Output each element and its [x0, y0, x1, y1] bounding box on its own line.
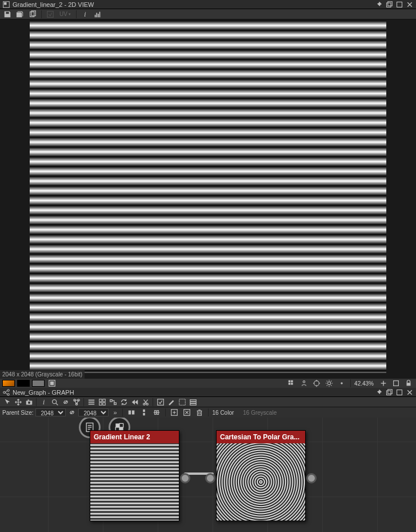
svg-rect-18 [289, 383, 291, 385]
align2-icon[interactable] [139, 408, 149, 417]
svg-rect-13 [99, 11, 101, 17]
svg-rect-63 [88, 403, 94, 404]
graph-title: New_Graph - GRAPH [13, 389, 74, 396]
svg-line-33 [327, 385, 327, 386]
copy-button[interactable] [27, 10, 38, 19]
view2d-toolbar: UV▾ i [0, 9, 416, 19]
pin-icon[interactable] [375, 388, 383, 396]
rect-select-icon[interactable] [177, 398, 187, 407]
target-icon[interactable] [311, 379, 322, 388]
svg-line-43 [5, 390, 7, 392]
fit-view-icon[interactable] [47, 379, 57, 388]
expand-arrow-icon[interactable]: » [111, 408, 119, 417]
svg-rect-65 [102, 399, 105, 401]
svg-rect-66 [99, 402, 101, 404]
view2d-title: Gradient_linear_2 - 2D VIEW [13, 1, 94, 8]
add-icon[interactable] [169, 408, 179, 417]
colormode-color[interactable]: 16 Color [212, 410, 234, 416]
info-button[interactable]: i [80, 10, 90, 19]
svg-rect-74 [157, 399, 163, 405]
svg-line-32 [331, 385, 331, 386]
popout-icon[interactable] [385, 388, 393, 396]
zoom-value: 42.43% [354, 380, 374, 387]
link-tool-icon[interactable] [61, 398, 70, 407]
colormode-grey[interactable]: 16 Greyscale [243, 410, 277, 416]
node-tool-icon[interactable] [71, 398, 81, 407]
layout1-icon[interactable] [86, 398, 96, 407]
svg-rect-75 [179, 399, 185, 405]
grid-icon[interactable] [286, 379, 297, 388]
pin-icon[interactable] [375, 1, 383, 9]
gradient-linear-preview [30, 21, 386, 373]
svg-point-35 [341, 382, 343, 384]
svg-rect-79 [129, 411, 131, 415]
svg-rect-101 [115, 423, 119, 427]
frame-tool-icon[interactable] [155, 398, 165, 407]
svg-rect-45 [387, 391, 391, 395]
paint-icon[interactable] [166, 398, 176, 407]
black-swatch[interactable] [17, 380, 30, 387]
view2d-bottom-bar: 42.43% [0, 379, 416, 388]
svg-rect-38 [394, 381, 399, 386]
svg-rect-12 [98, 14, 99, 17]
close-icon[interactable] [406, 388, 414, 396]
view2d-canvas-area[interactable]: 2048 x 2048 (Grayscale - 16bit) [0, 19, 416, 379]
parent-height-select[interactable]: 2048 [78, 408, 109, 416]
dot-icon[interactable] [337, 379, 347, 388]
search-icon[interactable] [50, 398, 59, 407]
zoom-in-icon[interactable] [378, 379, 389, 388]
zoom-fit-icon[interactable] [391, 379, 401, 388]
svg-line-54 [55, 403, 58, 405]
svg-rect-77 [190, 402, 196, 403]
info-tool-icon[interactable]: i [39, 398, 49, 407]
select-tool-icon[interactable] [2, 398, 12, 407]
output-port[interactable] [180, 473, 190, 483]
node-preview [217, 443, 305, 521]
move-tool-icon[interactable] [13, 398, 23, 407]
material-preview-icon[interactable] [299, 379, 309, 388]
refresh-icon[interactable] [119, 398, 129, 407]
view2d-header: Gradient_linear_2 - 2D VIEW [0, 0, 416, 9]
link-dimensions-icon[interactable] [68, 408, 76, 417]
histogram-button[interactable] [93, 10, 103, 19]
panel-icon [2, 1, 10, 9]
node-cartesian-to-polar[interactable]: Cartesian To Polar Gra... [216, 430, 306, 521]
graph-canvas[interactable]: Gradient Linear 2 Cartesian To Polar Gra… [0, 418, 416, 532]
svg-point-40 [3, 391, 6, 394]
trash-icon[interactable] [194, 408, 205, 417]
close-icon[interactable] [406, 1, 414, 9]
cut-icon[interactable] [141, 398, 150, 407]
parent-size-label: Parent Size: [2, 410, 33, 416]
input-port[interactable] [205, 473, 215, 483]
material-swatch[interactable] [2, 380, 15, 387]
popout-icon[interactable] [385, 1, 393, 9]
svg-rect-92 [198, 411, 202, 415]
align3-icon[interactable] [151, 408, 162, 417]
remove-icon[interactable] [182, 408, 192, 417]
light-icon[interactable] [324, 379, 334, 388]
maximize-icon[interactable] [395, 1, 403, 9]
graph-toolbar: i [0, 397, 416, 407]
layers-icon[interactable] [188, 398, 198, 407]
node-gradient-linear-2[interactable]: Gradient Linear 2 [90, 430, 179, 521]
parent-width-select[interactable]: 2048 [35, 408, 66, 416]
svg-rect-2 [387, 3, 391, 7]
rewind-icon[interactable] [130, 398, 139, 407]
svg-point-51 [27, 401, 30, 403]
svg-rect-16 [289, 380, 291, 383]
maximize-icon[interactable] [395, 388, 403, 396]
flow-icon[interactable] [108, 398, 118, 407]
svg-point-41 [7, 389, 10, 391]
frame-button [45, 10, 55, 19]
svg-rect-78 [190, 403, 196, 405]
camera-icon[interactable] [24, 398, 34, 407]
save-all-button[interactable] [15, 10, 25, 19]
svg-rect-76 [190, 399, 196, 401]
lock-icon[interactable] [403, 379, 414, 388]
align1-icon[interactable] [126, 408, 137, 417]
layout2-icon[interactable] [97, 398, 107, 407]
output-port[interactable] [306, 473, 317, 483]
gray-swatch[interactable] [32, 380, 45, 387]
svg-rect-64 [99, 399, 101, 401]
save-button[interactable] [2, 10, 13, 19]
